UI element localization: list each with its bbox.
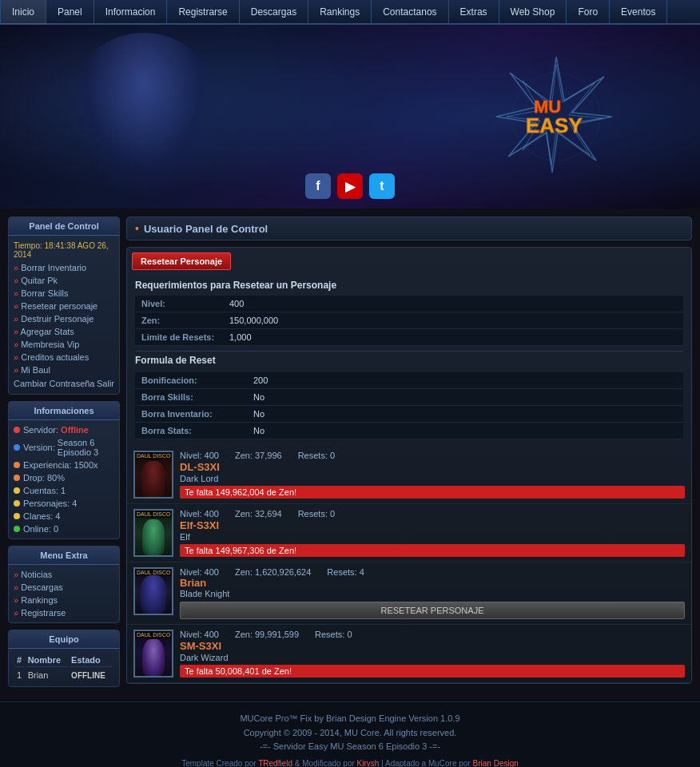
nav-item-contactanos[interactable]: Contactanos bbox=[372, 0, 448, 24]
version-dot bbox=[14, 444, 20, 451]
char-avatar-dl: DAUL DISCO 5027 bbox=[133, 451, 173, 499]
exp-row: Experiencia: 1500x bbox=[14, 459, 114, 471]
footer-line1: MUCore Pro™ Fix by Brian Design Engine V… bbox=[8, 712, 692, 726]
char-class-brian: Blade Knight bbox=[180, 589, 685, 598]
char-resets-elf: Resets: 0 bbox=[298, 509, 335, 519]
equipo-table: # Nombre Estado 1 Brian OFFLINE bbox=[14, 652, 114, 683]
nav-item-foro[interactable]: Foro bbox=[567, 0, 610, 24]
char-info-sm: Nivel: 400 Zen: 99,991,599 Resets: 0 SM-… bbox=[180, 630, 685, 678]
logo-area: MU EASY bbox=[476, 49, 636, 185]
panel-link-membresia-vip[interactable]: Membresia Vip bbox=[14, 338, 114, 351]
formula-inventario-label: Borra Inventario: bbox=[135, 406, 247, 423]
resetear-brian-button[interactable]: RESETEAR PERSONAJE bbox=[180, 602, 685, 619]
panel-link-borrar-skills[interactable]: Borrar Skills bbox=[14, 287, 114, 300]
char-info-brian: Nivel: 400 Zen: 1,620,926,624 Resets: 4 … bbox=[180, 567, 685, 619]
informaciones-body: Servidor: Offline Version: Season 6 Epis… bbox=[9, 420, 119, 538]
req-nivel-row: Nivel: 400 bbox=[135, 296, 683, 312]
char-name-brian: Brian bbox=[180, 577, 685, 589]
nav-item-extras[interactable]: Extras bbox=[449, 0, 499, 24]
salir-link[interactable]: Salir bbox=[97, 379, 114, 388]
informaciones-title: Informaciones bbox=[34, 406, 93, 415]
panel-link-creditos-actuales[interactable]: Creditos actuales bbox=[14, 351, 114, 364]
char-avatar-elf: DAUL DISCO 5027 bbox=[133, 509, 173, 557]
menu-descargas[interactable]: Descargas bbox=[14, 581, 114, 594]
char-stats-brian: Nivel: 400 Zen: 1,620,926,624 Resets: 4 bbox=[180, 567, 685, 577]
nav-item-web-shop[interactable]: Web Shop bbox=[499, 0, 567, 24]
char-name-dl: DL-S3XI bbox=[180, 461, 685, 473]
informaciones-header: Informaciones bbox=[9, 402, 119, 420]
formula-title: Formula de Reset bbox=[135, 351, 683, 369]
req-limit-row: Limite de Resets: 1,000 bbox=[135, 329, 683, 346]
nav-item-informacion[interactable]: Informacion bbox=[94, 0, 168, 24]
formula-stats-label: Borra Stats: bbox=[135, 423, 247, 439]
req-title: Requerimientos para Resetear un Personaj… bbox=[135, 280, 683, 291]
panel-link-mi-baul[interactable]: Mi Baul bbox=[14, 364, 114, 376]
char-zen-elf: Zen: 32,694 bbox=[235, 509, 282, 519]
requirements-section: Requerimientos para Resetear un Personaj… bbox=[127, 275, 691, 351]
facebook-icon[interactable]: f bbox=[305, 173, 331, 199]
req-zen-value: 150,000,000 bbox=[223, 312, 683, 329]
formula-skills-value: No bbox=[247, 389, 683, 406]
req-table: Nivel: 400 Zen: 150,000,000 Limite de Re… bbox=[135, 296, 683, 346]
char-error-elf: Te falta 149,967,306 de Zen! bbox=[180, 544, 685, 557]
nav-item-rankings[interactable]: Rankings bbox=[308, 0, 372, 24]
resetear-personaje-button[interactable]: Resetear Personaje bbox=[132, 252, 231, 270]
panel-link-borrar-inventario[interactable]: Borrar Inventario bbox=[14, 261, 114, 274]
char-stats-sm: Nivel: 400 Zen: 99,991,599 Resets: 0 bbox=[180, 630, 685, 639]
formula-bonificacion-label: Bonificacion: bbox=[135, 372, 247, 389]
formula-stats-value: No bbox=[247, 423, 683, 439]
menu-registrarse[interactable]: Registrarse bbox=[14, 606, 114, 619]
char-stats-dl: Nivel: 400 Zen: 37,996 Resets: 0 bbox=[180, 451, 685, 460]
youtube-icon[interactable]: ▶ bbox=[337, 173, 363, 199]
panel-link-agregar-stats[interactable]: Agregar Stats bbox=[14, 325, 114, 338]
change-pass-link[interactable]: Cambiar Contraseña bbox=[14, 379, 95, 388]
char-zen-brian: Zen: 1,620,926,624 bbox=[235, 567, 311, 577]
char-zen-sm: Zen: 99,991,599 bbox=[235, 630, 299, 639]
char-resets-sm: Resets: 0 bbox=[315, 630, 352, 639]
panel-link-resetear-personaje[interactable]: Resetear personaje bbox=[14, 300, 114, 312]
req-limit-value: 1,000 bbox=[223, 329, 683, 346]
char-card-sm: DAUL DISCO 5027 Nivel: 400 Zen: 99,991,5… bbox=[127, 625, 691, 683]
personajes-row: Personajes: 4 bbox=[14, 497, 114, 510]
equipo-body: # Nombre Estado 1 Brian OFFLINE bbox=[9, 649, 119, 686]
equipo-row: 1 Brian OFFLINE bbox=[15, 669, 113, 682]
char-error-dl: Te falta 149,962,004 de Zen! bbox=[180, 486, 685, 499]
char-avatar-brian: DAUL DISCO 5027 bbox=[133, 567, 173, 615]
menu-noticias[interactable]: Noticias bbox=[14, 568, 114, 581]
twitter-icon[interactable]: t bbox=[369, 173, 395, 199]
drop-dot bbox=[14, 475, 20, 481]
clanes-row: Clanes: 4 bbox=[14, 510, 114, 523]
equipo-col-estado: Estado bbox=[70, 654, 113, 667]
server-status-dot bbox=[14, 427, 20, 433]
panel-link-destruir-personaje[interactable]: Destruir Personaje bbox=[14, 312, 114, 325]
footer-bottom: Template Creado por TRedfield & Modifica… bbox=[8, 757, 692, 767]
nav-item-descargas[interactable]: Descargas bbox=[240, 0, 308, 24]
formula-section: Formula de Reset Bonificacion: 200 Borra… bbox=[127, 351, 691, 446]
formula-inventario-row: Borra Inventario: No bbox=[135, 406, 683, 423]
nav-item-registrarse[interactable]: Registrarse bbox=[167, 0, 239, 24]
nav-item-eventos[interactable]: Eventos bbox=[610, 0, 667, 24]
formula-skills-label: Borra Skills: bbox=[135, 389, 247, 406]
nav-item-panel[interactable]: Panel bbox=[46, 0, 94, 24]
exp-dot bbox=[14, 462, 20, 468]
sidebar: Panel de Control Tiempo: 18:41:38 AGO 26… bbox=[8, 217, 120, 693]
panel-link-quitar-pk[interactable]: Quitar Pk bbox=[14, 274, 114, 287]
online-row: Online: 0 bbox=[14, 523, 114, 535]
drop-row: Drop: 80% bbox=[14, 471, 114, 484]
equipo-title: Equipo bbox=[49, 634, 78, 644]
char-resets-dl: Resets: 0 bbox=[298, 451, 335, 460]
formula-table: Bonificacion: 200 Borra Skills: No Borra… bbox=[135, 372, 683, 439]
menu-rankings[interactable]: Rankings bbox=[14, 594, 114, 606]
content-area: • Usuario Panel de Control Resetear Pers… bbox=[126, 217, 692, 693]
footer-line3: -=- Servidor Easy MU Season 6 Episodio 3… bbox=[8, 740, 692, 754]
char-name-elf: Elf-S3XI bbox=[180, 519, 685, 531]
banner: MU EASY f ▶ t bbox=[0, 25, 700, 209]
nav-item-inicio[interactable]: Inicio bbox=[0, 0, 46, 24]
req-nivel-value: 400 bbox=[223, 296, 683, 312]
informaciones-section: Informaciones Servidor: Offline Version:… bbox=[8, 401, 120, 539]
req-nivel-label: Nivel: bbox=[135, 296, 223, 312]
content-header: • Usuario Panel de Control bbox=[126, 217, 692, 240]
char-card-dl: DAUL DISCO 5027 Nivel: 400 Zen: 37,996 R… bbox=[127, 446, 691, 504]
social-icons: f ▶ t bbox=[305, 173, 395, 199]
menu-extra-body: Noticias Descargas Rankings Registrarse bbox=[9, 565, 119, 622]
